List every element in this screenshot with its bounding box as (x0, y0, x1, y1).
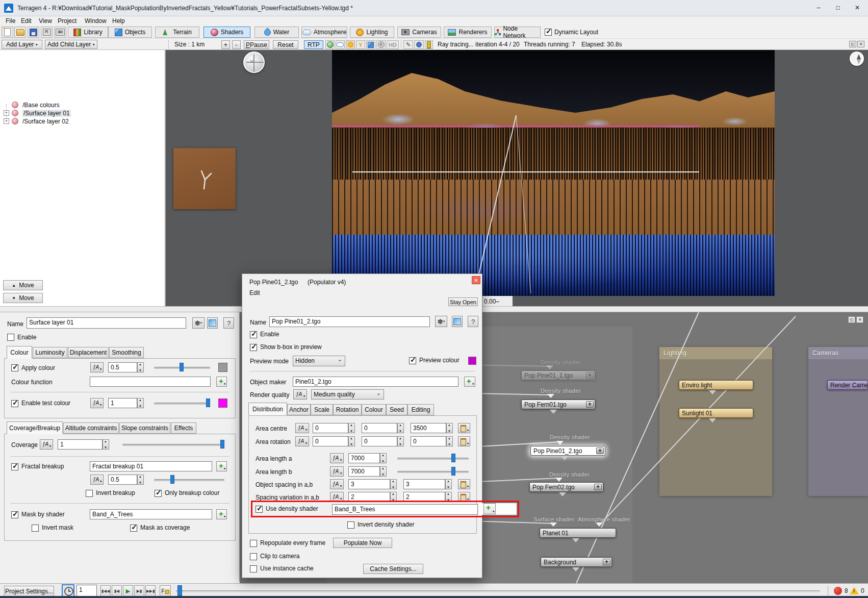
node-plus-icon[interactable]: + (603, 559, 610, 565)
stay-open-button[interactable]: Stay Open (448, 297, 478, 306)
area-length-b-slider[interactable] (397, 471, 469, 473)
test-colour-swatch[interactable] (218, 398, 227, 408)
layer-tree-item[interactable]: + /Surface layer 01 (0, 109, 166, 117)
stepper[interactable] (380, 453, 387, 463)
preview-mode-dropdown[interactable]: Hidden (293, 356, 345, 366)
node-render-camera[interactable]: Render Came (827, 380, 868, 390)
close-button[interactable]: ✕ (848, 0, 867, 15)
fractal-value-function-button[interactable] (90, 475, 104, 485)
render-quality-function-button[interactable] (293, 389, 307, 400)
coverage-value[interactable]: 1 (58, 439, 103, 450)
toolbar-atmosphere-button[interactable]: Atmosphere (301, 27, 347, 38)
enable-test-colour-checkbox[interactable] (11, 400, 18, 407)
node-planet-01[interactable]: Planet 01 (540, 528, 616, 538)
area-centre-function-button[interactable] (295, 423, 309, 433)
stepper[interactable] (380, 466, 387, 477)
stepper[interactable] (390, 492, 397, 502)
node-pop-pine01-2[interactable]: Pop Pine01_2.tgo+ (530, 446, 605, 456)
coverage-slider[interactable] (122, 444, 224, 446)
timeline-slider[interactable] (176, 590, 820, 592)
dialog-menu-edit[interactable]: Edit (249, 289, 260, 296)
test-colour-function-button[interactable] (90, 398, 104, 408)
pane-restore-icon[interactable]: ◱ (848, 316, 855, 323)
invert-breakup-checkbox[interactable] (86, 490, 93, 497)
node-sunlight-01[interactable]: Sunlight 01 (679, 408, 753, 418)
area-length-a-value[interactable]: 7000 (348, 453, 380, 463)
use-density-shader-checkbox[interactable] (256, 506, 263, 513)
menu-view[interactable]: View (39, 17, 52, 24)
node-plus-icon[interactable]: + (586, 372, 594, 379)
timeline-slider-handle[interactable] (177, 585, 182, 596)
spacing-variation-b[interactable]: 2 (403, 492, 445, 502)
coverage-stepper[interactable] (103, 439, 109, 450)
copy-paste-button[interactable] (458, 436, 470, 446)
object-spacing-function-button[interactable] (330, 479, 344, 489)
repopulate-checkbox[interactable] (250, 540, 257, 547)
stepper[interactable] (397, 436, 404, 446)
dialog-close-button[interactable]: ✕ (472, 276, 480, 284)
tab-slope-constraints[interactable]: Slope constraints (119, 422, 170, 434)
expand-icon[interactable]: + (4, 118, 9, 124)
area-length-a-slider[interactable] (397, 458, 469, 460)
mask-by-shader-field[interactable]: Band_A_Trees (90, 509, 212, 519)
spacing-variation-a[interactable]: 2 (348, 492, 390, 502)
gear-icon[interactable]: ✽▾ (435, 316, 447, 327)
tab-seed[interactable]: Seed (386, 404, 407, 415)
tab-editing[interactable]: Editing (407, 404, 434, 415)
preview-window-icon[interactable] (452, 316, 463, 327)
show-bbox-checkbox[interactable] (250, 344, 257, 351)
stepper[interactable] (446, 423, 453, 433)
render-quality-dropdown[interactable]: Medium quality (311, 389, 384, 400)
area-rotation-x[interactable]: 0 (313, 436, 348, 446)
menu-help[interactable]: Help (112, 17, 125, 24)
object-spacing-a[interactable]: 3 (348, 479, 390, 489)
frame-number-field[interactable]: 1 (76, 585, 97, 596)
area-length-b-value[interactable]: 7000 (348, 466, 380, 477)
reset-button[interactable]: Reset (273, 40, 298, 49)
tab-coverage-breakup[interactable]: Coverage/Breakup (7, 421, 63, 434)
add-density-shader-button[interactable] (483, 503, 496, 514)
test-colour-slider-handle[interactable] (206, 398, 210, 407)
apply-colour-function-button[interactable] (90, 362, 104, 372)
add-layer-button[interactable]: Add Layer▸ (2, 40, 42, 49)
tab-effects[interactable]: Effects (171, 422, 196, 434)
stepper[interactable] (445, 492, 452, 502)
invert-mask-checkbox[interactable] (32, 525, 39, 532)
tab-rotation[interactable]: Rotation (333, 404, 362, 415)
stepper[interactable] (390, 479, 397, 489)
toolbar-cameras-button[interactable]: Cameras (397, 27, 441, 38)
test-colour-slider[interactable] (154, 403, 210, 405)
dialog-name-field[interactable]: Pop Pine01_2.tgo (269, 316, 430, 327)
area-rotation-y[interactable]: 0 (362, 436, 397, 446)
area-length-b-slider-handle[interactable] (451, 467, 455, 476)
toolbar-renderers-button[interactable]: Renderers (444, 27, 492, 38)
play-button[interactable]: ▶ (123, 585, 133, 596)
object-spacing-b[interactable]: 3 (403, 479, 445, 489)
area-length-a-slider-handle[interactable] (451, 454, 455, 462)
open-project-button[interactable] (14, 27, 26, 38)
toolbar-shaders-button[interactable]: Shaders (203, 27, 250, 38)
apply-colour-slider-handle[interactable] (180, 363, 184, 371)
clock-button[interactable] (62, 584, 74, 597)
mask-by-shader-checkbox[interactable] (11, 511, 18, 518)
go-last-frame-button[interactable]: ▶▶▮ (145, 585, 156, 596)
tab-colour[interactable]: Colour (7, 346, 32, 359)
test-colour-value[interactable]: 1 (108, 398, 137, 408)
node-pop-fern01[interactable]: Pop Fern01.tgo+ (521, 400, 595, 409)
pane-close-icon[interactable]: ✕ (856, 316, 863, 323)
area-rotation-function-button[interactable] (295, 436, 309, 446)
area-centre-x[interactable]: 0 (313, 423, 348, 433)
next-frame-button[interactable]: ▶▮ (134, 585, 144, 596)
surface-name-field[interactable]: Surface layer 01 (27, 317, 186, 329)
error-badge-icon[interactable] (834, 587, 842, 595)
prev-frame-button[interactable]: ▮◀ (112, 585, 122, 596)
density-shader-field[interactable]: Band_B_Trees (332, 504, 478, 515)
tab-luminosity[interactable]: Luminosity (33, 347, 67, 358)
area-length-a-function-button[interactable] (330, 453, 344, 463)
toolbar-node-network-button[interactable]: Node Network (494, 27, 541, 38)
help-icon[interactable]: ? (468, 316, 478, 327)
populate-now-button[interactable]: Populate Now (333, 538, 392, 548)
measure-tool-button[interactable] (414, 40, 424, 49)
only-breakup-colour-checkbox[interactable] (155, 490, 162, 497)
dialog-enable-checkbox[interactable] (250, 331, 257, 338)
